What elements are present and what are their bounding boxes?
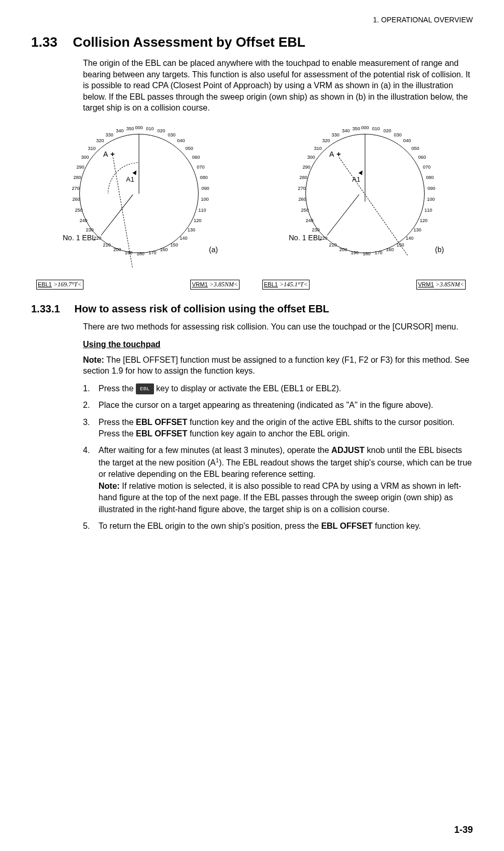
heading-line-b xyxy=(365,134,366,201)
ebl-readout-a: EBL1 >169.7°T< xyxy=(36,280,83,290)
tick-010: 010 xyxy=(144,126,156,131)
step3-d: EBL OFFSET xyxy=(136,429,187,438)
step-5: To return the EBL origin to the own ship… xyxy=(83,520,473,532)
tick-260: 260 xyxy=(70,197,82,202)
figure-a: 000 010 020 030 040 050 060 070 080 090 … xyxy=(31,121,247,290)
tick-b-180: 180 xyxy=(360,251,373,256)
ebl-readout-b: EBL1 >145.1°T< xyxy=(262,280,310,290)
step4-a: After waiting for a few minutes (at leas… xyxy=(99,446,331,455)
vrm-readout-a-lab: VRM1 xyxy=(192,281,208,287)
tick-160: 160 xyxy=(158,247,170,252)
tick-310: 310 xyxy=(86,146,98,151)
tick-b-260: 260 xyxy=(296,197,309,202)
ebl-readout-b-lab: EBL1 xyxy=(264,281,278,287)
section-intro: The origin of the EBL can be placed anyw… xyxy=(83,58,473,114)
figure-row: 000 010 020 030 040 050 060 070 080 090 … xyxy=(31,121,473,290)
step5-b: EBL OFFSET xyxy=(321,521,372,530)
step-3: Press the EBL OFFSET function key and th… xyxy=(83,417,473,440)
tick-b-010: 010 xyxy=(370,126,382,131)
tick-b-230: 230 xyxy=(310,227,322,232)
ebl-readout-a-val: >169.7°T< xyxy=(53,281,82,288)
tick-b-160: 160 xyxy=(384,247,396,252)
subsection-title: How to assess risk of collision using th… xyxy=(75,303,329,315)
note-label: Note: xyxy=(83,355,104,364)
label-A-a: A xyxy=(103,150,108,158)
ebl-key-icon: EBL xyxy=(136,383,154,394)
tick-b-270: 270 xyxy=(296,186,308,191)
vrm-readout-a-val: >3.85NM< xyxy=(209,281,238,288)
tick-180: 180 xyxy=(134,251,147,256)
subsection-number: 1.33.1 xyxy=(31,303,60,315)
step3-a: Press the xyxy=(99,418,136,427)
tick-050: 050 xyxy=(183,146,195,151)
step5-a: To return the EBL origin to the own ship… xyxy=(99,521,321,530)
step3-e: function key again to anchor the EBL ori… xyxy=(187,429,349,438)
page-number: 1-39 xyxy=(454,825,473,835)
plus-A-b: + xyxy=(337,150,341,158)
tick-b-300: 300 xyxy=(305,155,317,160)
tick-b-080: 080 xyxy=(424,175,436,180)
tick-b-140: 140 xyxy=(403,236,416,241)
tick-270: 270 xyxy=(69,186,82,191)
step4-b: ADJUST xyxy=(331,446,365,455)
step-4: After waiting for a few minutes (at leas… xyxy=(83,445,473,515)
tick-b-030: 030 xyxy=(391,132,404,138)
vrm-readout-b-val: >3.85NM< xyxy=(436,281,464,288)
tick-210: 210 xyxy=(101,242,113,248)
tick-120: 120 xyxy=(191,218,204,223)
tick-b-320: 320 xyxy=(320,138,332,143)
note-text: The [EBL OFFSET] function must be assign… xyxy=(83,355,469,376)
tick-b-310: 310 xyxy=(312,146,324,151)
step3-b: EBL OFFSET xyxy=(136,418,187,427)
step4-note: If relative motion is selected, it is al… xyxy=(99,482,461,514)
tick-090: 090 xyxy=(199,186,212,191)
step-1: Press the EBL key to display or activate… xyxy=(83,383,473,394)
tick-030: 030 xyxy=(165,132,178,138)
tick-b-200: 200 xyxy=(337,247,349,252)
tick-b-130: 130 xyxy=(411,227,424,232)
tick-b-100: 100 xyxy=(425,197,437,202)
note-paragraph: Note: The [EBL OFFSET] function must be … xyxy=(83,354,473,377)
tick-b-070: 070 xyxy=(421,164,433,170)
step5-c: function key. xyxy=(373,521,421,530)
tick-350: 350 xyxy=(124,126,136,131)
ebl-readout-b-val: >145.1°T< xyxy=(279,281,308,288)
tick-140: 140 xyxy=(177,236,190,241)
steps-list: Press the EBL key to display or activate… xyxy=(83,383,473,532)
vrm-readout-a: VRM1 >3.85NM< xyxy=(190,280,240,290)
step1-post: key to display or activate the EBL (EBL1… xyxy=(156,384,341,393)
tick-040: 040 xyxy=(175,138,187,143)
step4-note-label: Note: xyxy=(99,482,120,490)
using-touchpad-heading: Using the touchpad xyxy=(83,340,473,349)
tick-250: 250 xyxy=(73,208,85,213)
section-number: 1.33 xyxy=(31,34,58,50)
tick-b-110: 110 xyxy=(422,208,435,213)
tick-170: 170 xyxy=(146,250,159,255)
tick-b-240: 240 xyxy=(303,218,316,223)
tick-290: 290 xyxy=(74,164,87,170)
tick-280: 280 xyxy=(71,175,83,180)
ebl-readout-a-lab: EBL1 xyxy=(38,281,52,287)
tick-110: 110 xyxy=(196,208,208,213)
no1-ebl-a: No. 1 EBL xyxy=(63,234,96,242)
chapter-header: 1. OPERATIONAL OVERVIEW xyxy=(31,16,473,24)
tick-100: 100 xyxy=(199,197,211,202)
tick-b-250: 250 xyxy=(299,208,311,213)
tick-b-050: 050 xyxy=(409,146,422,151)
no1-ebl-b: No. 1 EBL xyxy=(289,234,322,242)
tick-b-290: 290 xyxy=(300,164,313,170)
step1-pre: Press the xyxy=(99,384,136,393)
tick-b-210: 210 xyxy=(327,242,339,248)
tick-b-280: 280 xyxy=(297,175,310,180)
figtag-b: (b) xyxy=(435,245,444,254)
tick-230: 230 xyxy=(83,227,96,232)
vrm-readout-b-lab: VRM1 xyxy=(418,281,434,287)
figure-b: 000 010 020 030 040 050 060 070 080 090 … xyxy=(257,121,473,290)
label-A1-b-text: A1 xyxy=(352,175,360,183)
subsection-intro: There are two methods for assessing risk… xyxy=(83,321,473,333)
section-title: Collision Assessment by Offset EBL xyxy=(73,34,305,50)
tick-070: 070 xyxy=(194,164,207,170)
tick-200: 200 xyxy=(111,247,123,252)
label-A1-b: A1 xyxy=(352,175,360,183)
tick-b-190: 190 xyxy=(348,250,361,255)
